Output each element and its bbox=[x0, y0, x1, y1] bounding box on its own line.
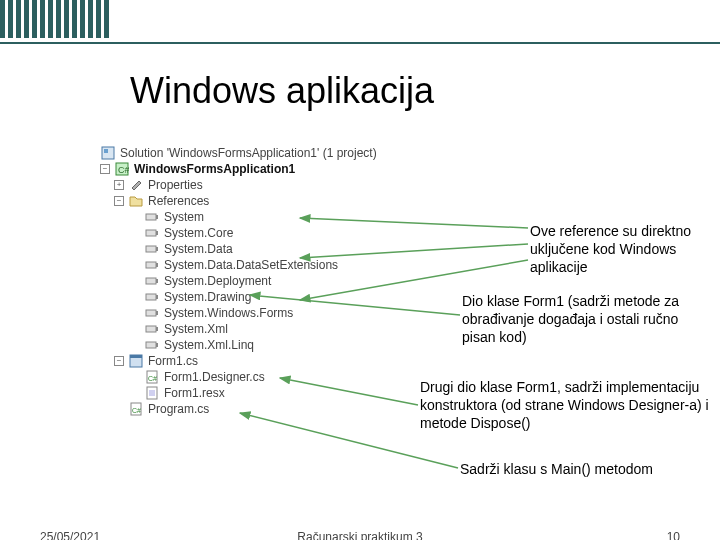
tree-references-row: − References bbox=[100, 193, 377, 209]
decorative-bars bbox=[0, 0, 112, 38]
svg-rect-10 bbox=[146, 262, 156, 268]
tree-label: System.Drawing bbox=[164, 290, 251, 304]
tree-ref-row: System.Core bbox=[100, 225, 377, 241]
tree-label: System.Data.DataSetExtensions bbox=[164, 258, 338, 272]
svg-rect-15 bbox=[156, 295, 158, 299]
tree-ref-row: System.Data.DataSetExtensions bbox=[100, 257, 377, 273]
svg-rect-13 bbox=[156, 279, 158, 283]
tree-label: System.Xml bbox=[164, 322, 228, 336]
resx-icon bbox=[144, 386, 160, 400]
tree-label: Form1.Designer.cs bbox=[164, 370, 265, 384]
annotation-designer: Drugi dio klase Form1, sadrži implementa… bbox=[420, 378, 710, 433]
reference-icon bbox=[144, 290, 160, 304]
tree-label: Form1.cs bbox=[148, 354, 198, 368]
tree-label: System.Xml.Linq bbox=[164, 338, 254, 352]
tree-label: System.Deployment bbox=[164, 274, 271, 288]
svg-rect-27 bbox=[149, 390, 155, 396]
title-rule bbox=[0, 42, 720, 44]
tree-resx-row: Form1.resx bbox=[100, 385, 377, 401]
form-icon bbox=[128, 354, 144, 368]
tree-ref-row: System.Data bbox=[100, 241, 377, 257]
svg-rect-1 bbox=[104, 149, 108, 153]
svg-rect-4 bbox=[146, 214, 156, 220]
svg-text:C#: C# bbox=[118, 165, 129, 175]
expander-icon: − bbox=[114, 196, 124, 206]
reference-icon bbox=[144, 242, 160, 256]
svg-rect-6 bbox=[146, 230, 156, 236]
svg-rect-21 bbox=[156, 343, 158, 347]
svg-rect-17 bbox=[156, 311, 158, 315]
tree-solution-row: Solution 'WindowsFormsApplication1' (1 p… bbox=[100, 145, 377, 161]
reference-icon bbox=[144, 226, 160, 240]
expander-icon: − bbox=[100, 164, 110, 174]
svg-rect-19 bbox=[156, 327, 158, 331]
annotation-form1: Dio klase Form1 (sadrži metode za obrađi… bbox=[462, 292, 702, 347]
tree-program-row: C# Program.cs bbox=[100, 401, 377, 417]
reference-icon bbox=[144, 338, 160, 352]
svg-rect-20 bbox=[146, 342, 156, 348]
solution-explorer-tree: Solution 'WindowsFormsApplication1' (1 p… bbox=[100, 145, 377, 417]
tree-ref-row: System bbox=[100, 209, 377, 225]
reference-icon bbox=[144, 210, 160, 224]
tree-ref-row: System.Xml.Linq bbox=[100, 337, 377, 353]
folder-icon bbox=[128, 194, 144, 208]
svg-rect-23 bbox=[130, 355, 142, 358]
tree-ref-row: System.Deployment bbox=[100, 273, 377, 289]
tree-label: System.Core bbox=[164, 226, 233, 240]
tree-label: WindowsFormsApplication1 bbox=[134, 162, 295, 176]
svg-rect-12 bbox=[146, 278, 156, 284]
csproj-icon: C# bbox=[114, 162, 130, 176]
tree-ref-row: System.Windows.Forms bbox=[100, 305, 377, 321]
tree-designer-row: C# Form1.Designer.cs bbox=[100, 369, 377, 385]
svg-rect-18 bbox=[146, 326, 156, 332]
svg-rect-16 bbox=[146, 310, 156, 316]
cs-file-icon: C# bbox=[144, 370, 160, 384]
footer-page: 10 bbox=[667, 530, 680, 540]
solution-icon bbox=[100, 146, 116, 160]
annotation-program: Sadrži klasu s Main() metodom bbox=[460, 460, 710, 478]
tree-label: Form1.resx bbox=[164, 386, 225, 400]
svg-text:C#: C# bbox=[132, 407, 141, 414]
tree-label: Solution 'WindowsFormsApplication1' (1 p… bbox=[120, 146, 377, 160]
svg-rect-9 bbox=[156, 247, 158, 251]
expander-icon: + bbox=[114, 180, 124, 190]
tree-project-row: − C# WindowsFormsApplication1 bbox=[100, 161, 377, 177]
tree-label: Properties bbox=[148, 178, 203, 192]
reference-icon bbox=[144, 322, 160, 336]
tree-form-row: − Form1.cs bbox=[100, 353, 377, 369]
svg-rect-14 bbox=[146, 294, 156, 300]
tree-ref-row: System.Drawing bbox=[100, 289, 377, 305]
svg-rect-7 bbox=[156, 231, 158, 235]
tree-label: System.Windows.Forms bbox=[164, 306, 293, 320]
reference-icon bbox=[144, 306, 160, 320]
tree-label: System bbox=[164, 210, 204, 224]
tree-ref-row: System.Xml bbox=[100, 321, 377, 337]
footer-title: Računarski praktikum 3 bbox=[0, 530, 720, 540]
wrench-icon bbox=[128, 178, 144, 192]
svg-rect-5 bbox=[156, 215, 158, 219]
svg-rect-11 bbox=[156, 263, 158, 267]
tree-properties-row: + Properties bbox=[100, 177, 377, 193]
svg-rect-8 bbox=[146, 246, 156, 252]
reference-icon bbox=[144, 258, 160, 272]
annotation-references: Ove reference su direktno uključene kod … bbox=[530, 222, 700, 277]
slide-title: Windows aplikacija bbox=[130, 70, 434, 112]
cs-file-icon: C# bbox=[128, 402, 144, 416]
expander-icon: − bbox=[114, 356, 124, 366]
tree-label: Program.cs bbox=[148, 402, 209, 416]
reference-icon bbox=[144, 274, 160, 288]
svg-text:C#: C# bbox=[148, 375, 157, 382]
tree-label: References bbox=[148, 194, 209, 208]
tree-label: System.Data bbox=[164, 242, 233, 256]
